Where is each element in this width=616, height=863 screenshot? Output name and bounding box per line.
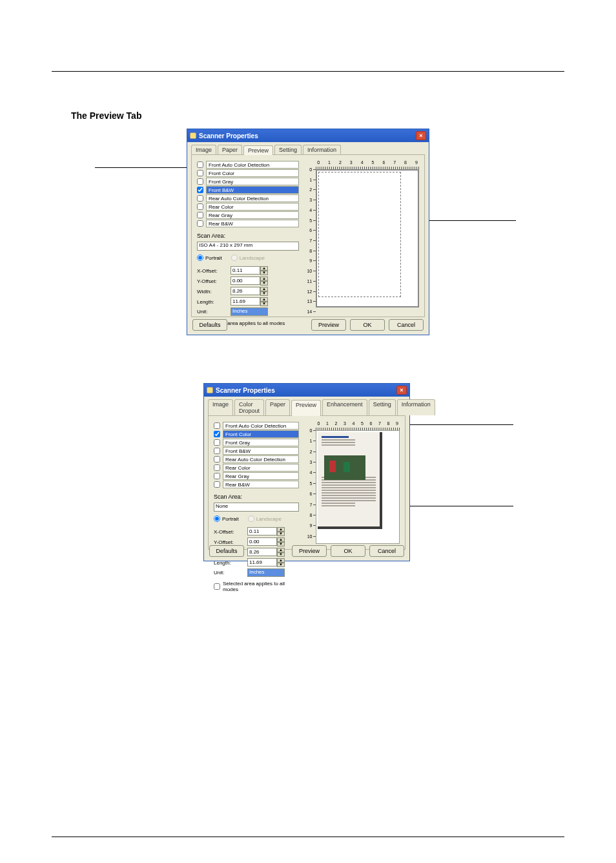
window-title: Scanner Properties: [216, 387, 275, 394]
tab-preview[interactable]: Preview: [291, 400, 321, 416]
cancel-button[interactable]: Cancel: [389, 319, 424, 331]
image-type-row[interactable]: Rear Gray: [197, 211, 299, 219]
defaults-button[interactable]: Defaults: [209, 545, 244, 557]
image-type-checkbox[interactable]: [197, 161, 203, 168]
ruler-num: 6: [309, 228, 312, 233]
close-icon[interactable]: ×: [416, 131, 426, 140]
page-footer: [52, 837, 564, 837]
ruler-num: 0: [309, 167, 312, 172]
image-type-checkbox[interactable]: [214, 431, 220, 437]
tab-image[interactable]: Image: [208, 399, 233, 415]
preview-canvas[interactable]: [316, 430, 400, 544]
titlebar: Scanner Properties ×: [187, 129, 429, 142]
image-type-row[interactable]: Front B&W: [197, 185, 299, 194]
image-type-checkbox[interactable]: [197, 212, 203, 218]
image-type-checkbox[interactable]: [197, 203, 203, 210]
ruler-num: 3: [310, 460, 313, 464]
xoffset-input[interactable]: ▲▼: [231, 266, 299, 275]
image-type-row[interactable]: Rear B&W: [214, 480, 299, 488]
radio-portrait[interactable]: Portrait: [197, 255, 222, 261]
ruler-num: 3: [309, 198, 312, 202]
image-type-row[interactable]: Front Color: [214, 430, 299, 438]
preview-canvas[interactable]: [316, 169, 419, 307]
scan-area-select[interactable]: ISO A4 - 210 x 297 mm: [197, 242, 299, 251]
close-icon[interactable]: ×: [396, 386, 407, 395]
image-type-row[interactable]: Rear Color: [214, 463, 299, 472]
ruler-num: 4: [310, 470, 313, 475]
width-label: Width:: [197, 289, 231, 295]
image-type-row[interactable]: Front Gray: [214, 438, 299, 446]
tab-paper[interactable]: Paper: [218, 145, 242, 154]
image-type-label: Rear Gray: [223, 472, 299, 480]
unit-select[interactable]: Inches: [231, 307, 268, 316]
ruler-num: 7: [309, 238, 312, 243]
ruler-num: 0: [317, 421, 320, 426]
all-modes-check[interactable]: Selected area applies to all modes: [214, 581, 299, 592]
preview-area[interactable]: 0123456789 01234567891011121314: [305, 160, 419, 311]
ruler-num: 4: [352, 421, 354, 426]
image-type-row[interactable]: Front Color: [197, 169, 299, 177]
scanner-properties-dialog: Scanner Properties × ImagePaperPreviewSe…: [187, 129, 429, 335]
document-photo: [324, 455, 365, 480]
image-type-row[interactable]: Front Auto Color Detection: [197, 160, 299, 169]
image-type-row[interactable]: Front Auto Color Detection: [214, 421, 299, 430]
tab-paper[interactable]: Paper: [265, 399, 290, 415]
length-input[interactable]: ▲▼: [247, 558, 299, 567]
defaults-button[interactable]: Defaults: [192, 319, 227, 331]
image-type-row[interactable]: Rear B&W: [197, 219, 299, 227]
preview-button[interactable]: Preview: [311, 319, 346, 331]
scan-area-select[interactable]: None: [214, 503, 299, 512]
image-type-checkbox[interactable]: [214, 439, 220, 446]
image-type-checkbox[interactable]: [197, 170, 203, 176]
figure2: Scanner Properties × ImageColor DropoutP…: [101, 383, 515, 561]
image-type-checkbox[interactable]: [197, 195, 203, 202]
image-type-checkbox[interactable]: [214, 473, 220, 479]
ruler-num: 2: [309, 187, 312, 192]
ruler-num: 4: [361, 160, 364, 165]
image-type-checkbox[interactable]: [214, 422, 220, 429]
image-type-row[interactable]: Front Gray: [197, 177, 299, 185]
tab-information[interactable]: Information: [397, 399, 435, 415]
preview-button[interactable]: Preview: [292, 545, 327, 557]
image-type-checkbox[interactable]: [197, 187, 203, 193]
figure1-caption: The Preview Tab: [52, 110, 564, 121]
image-type-checkbox[interactable]: [197, 220, 203, 227]
tab-setting[interactable]: Setting: [274, 145, 302, 154]
image-type-checkbox[interactable]: [197, 178, 203, 185]
yoffset-input[interactable]: ▲▼: [231, 276, 299, 286]
tab-color-dropout[interactable]: Color Dropout: [234, 399, 264, 415]
unit-select[interactable]: Inches: [247, 568, 285, 577]
ruler-num: 6: [382, 160, 385, 165]
cancel-button[interactable]: Cancel: [369, 545, 404, 557]
image-type-checkbox[interactable]: [214, 481, 220, 488]
image-type-row[interactable]: Rear Gray: [214, 472, 299, 480]
tab-image[interactable]: Image: [191, 145, 216, 154]
ok-button[interactable]: OK: [331, 545, 365, 557]
selection-rect[interactable]: [318, 172, 401, 297]
preview-area[interactable]: 0123456789 01234567891011: [305, 421, 400, 544]
length-input[interactable]: ▲▼: [231, 297, 299, 306]
image-type-checkbox[interactable]: [214, 456, 220, 463]
image-type-row[interactable]: Front B&W: [214, 446, 299, 455]
xoffset-input[interactable]: ▲▼: [247, 527, 299, 536]
ruler-num: 9: [396, 421, 398, 426]
ruler-num: 1: [309, 177, 312, 182]
image-type-checkbox[interactable]: [214, 448, 220, 454]
ok-button[interactable]: OK: [350, 319, 385, 331]
tab-information[interactable]: Information: [303, 145, 341, 154]
radio-portrait[interactable]: Portrait: [214, 515, 239, 522]
tab-preview[interactable]: Preview: [243, 145, 273, 155]
tab-setting[interactable]: Setting: [369, 399, 396, 415]
image-type-row[interactable]: Rear Auto Color Detection: [197, 194, 299, 202]
radio-landscape: Landscape: [231, 255, 265, 261]
ruler-num: 10: [307, 269, 312, 273]
width-input[interactable]: ▲▼: [231, 287, 299, 296]
image-type-checkbox[interactable]: [214, 464, 220, 471]
radio-landscape: Landscape: [248, 515, 282, 522]
ruler-num: 8: [404, 160, 407, 165]
image-type-row[interactable]: Rear Color: [197, 202, 299, 211]
image-type-label: Front Gray: [206, 178, 299, 185]
image-type-row[interactable]: Rear Auto Color Detection: [214, 455, 299, 463]
ruler-num: 7: [378, 421, 381, 426]
tab-enhancement[interactable]: Enhancement: [322, 399, 367, 415]
